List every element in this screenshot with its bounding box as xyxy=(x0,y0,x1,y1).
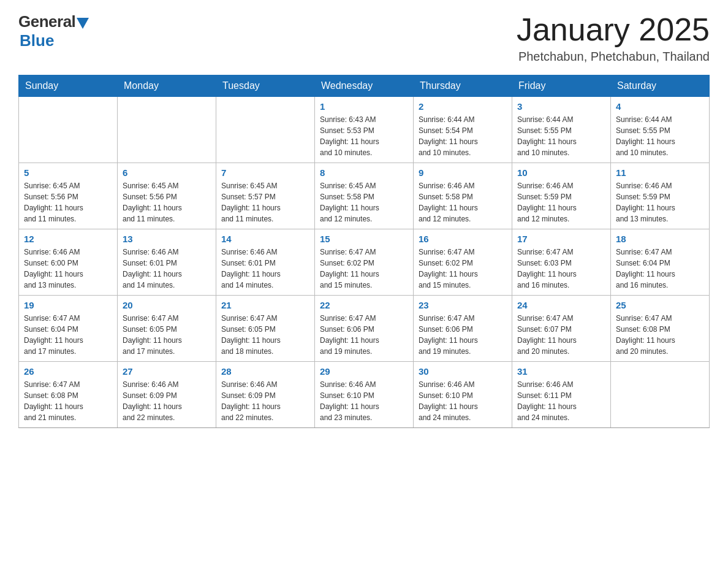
cell-w4-d5: 23Sunrise: 6:47 AM Sunset: 6:06 PM Dayli… xyxy=(414,296,512,362)
day-info: Sunrise: 6:47 AM Sunset: 6:04 PM Dayligh… xyxy=(616,247,704,291)
cell-w1-d1 xyxy=(19,97,118,163)
day-number: 7 xyxy=(221,167,309,178)
day-number: 12 xyxy=(24,234,112,244)
day-number: 11 xyxy=(616,167,704,178)
col-monday: Monday xyxy=(118,75,216,97)
cell-w3-d2: 13Sunrise: 6:46 AM Sunset: 6:01 PM Dayli… xyxy=(118,229,216,296)
col-tuesday: Tuesday xyxy=(216,75,315,97)
day-number: 21 xyxy=(221,300,309,310)
day-info: Sunrise: 6:46 AM Sunset: 6:11 PM Dayligh… xyxy=(517,379,605,423)
calendar-table: Sunday Monday Tuesday Wednesday Thursday… xyxy=(18,75,710,428)
cell-w4-d7: 25Sunrise: 6:47 AM Sunset: 6:08 PM Dayli… xyxy=(611,296,710,362)
week-row-1: 1Sunrise: 6:43 AM Sunset: 5:53 PM Daylig… xyxy=(19,97,710,163)
cell-w1-d3 xyxy=(216,97,315,163)
day-number: 19 xyxy=(24,300,112,310)
day-number: 31 xyxy=(517,366,605,377)
day-info: Sunrise: 6:47 AM Sunset: 6:02 PM Dayligh… xyxy=(419,247,507,291)
day-info: Sunrise: 6:47 AM Sunset: 6:08 PM Dayligh… xyxy=(24,379,112,423)
page-header: General Blue January 2025 Phetchabun, Ph… xyxy=(18,12,710,64)
day-info: Sunrise: 6:46 AM Sunset: 6:01 PM Dayligh… xyxy=(221,247,309,291)
day-info: Sunrise: 6:44 AM Sunset: 5:55 PM Dayligh… xyxy=(616,114,704,158)
day-number: 8 xyxy=(320,167,408,178)
week-row-3: 12Sunrise: 6:46 AM Sunset: 6:00 PM Dayli… xyxy=(19,229,710,296)
cell-w3-d3: 14Sunrise: 6:46 AM Sunset: 6:01 PM Dayli… xyxy=(216,229,315,296)
day-info: Sunrise: 6:45 AM Sunset: 5:58 PM Dayligh… xyxy=(320,180,408,224)
col-saturday: Saturday xyxy=(611,75,710,97)
day-info: Sunrise: 6:47 AM Sunset: 6:03 PM Dayligh… xyxy=(517,247,605,291)
col-wednesday: Wednesday xyxy=(315,75,414,97)
cell-w2-d2: 6Sunrise: 6:45 AM Sunset: 5:56 PM Daylig… xyxy=(118,163,216,229)
logo-blue-text: Blue xyxy=(20,31,54,50)
cell-w5-d6: 31Sunrise: 6:46 AM Sunset: 6:11 PM Dayli… xyxy=(512,362,611,428)
month-year-title: January 2025 xyxy=(517,12,710,47)
cell-w4-d2: 20Sunrise: 6:47 AM Sunset: 6:05 PM Dayli… xyxy=(118,296,216,362)
day-number: 16 xyxy=(419,234,507,244)
cell-w3-d1: 12Sunrise: 6:46 AM Sunset: 6:00 PM Dayli… xyxy=(19,229,118,296)
cell-w2-d3: 7Sunrise: 6:45 AM Sunset: 5:57 PM Daylig… xyxy=(216,163,315,229)
cell-w5-d4: 29Sunrise: 6:46 AM Sunset: 6:10 PM Dayli… xyxy=(315,362,414,428)
day-number: 5 xyxy=(24,167,112,178)
day-number: 4 xyxy=(616,101,704,112)
day-number: 22 xyxy=(320,300,408,310)
cell-w2-d7: 11Sunrise: 6:46 AM Sunset: 5:59 PM Dayli… xyxy=(611,163,710,229)
cell-w5-d3: 28Sunrise: 6:46 AM Sunset: 6:09 PM Dayli… xyxy=(216,362,315,428)
cell-w2-d1: 5Sunrise: 6:45 AM Sunset: 5:56 PM Daylig… xyxy=(19,163,118,229)
day-info: Sunrise: 6:46 AM Sunset: 6:00 PM Dayligh… xyxy=(24,247,112,291)
day-info: Sunrise: 6:44 AM Sunset: 5:54 PM Dayligh… xyxy=(419,114,507,158)
day-info: Sunrise: 6:47 AM Sunset: 6:08 PM Dayligh… xyxy=(616,313,704,357)
day-number: 18 xyxy=(616,234,704,244)
day-number: 29 xyxy=(320,366,408,377)
logo-triangle-icon xyxy=(77,18,89,29)
calendar-body: 1Sunrise: 6:43 AM Sunset: 5:53 PM Daylig… xyxy=(19,97,710,428)
day-info: Sunrise: 6:47 AM Sunset: 6:04 PM Dayligh… xyxy=(24,313,112,357)
cell-w4-d1: 19Sunrise: 6:47 AM Sunset: 6:04 PM Dayli… xyxy=(19,296,118,362)
day-number: 30 xyxy=(419,366,507,377)
day-number: 14 xyxy=(221,234,309,244)
cell-w1-d5: 2Sunrise: 6:44 AM Sunset: 5:54 PM Daylig… xyxy=(414,97,512,163)
cell-w5-d2: 27Sunrise: 6:46 AM Sunset: 6:09 PM Dayli… xyxy=(118,362,216,428)
day-info: Sunrise: 6:46 AM Sunset: 5:58 PM Dayligh… xyxy=(419,180,507,224)
cell-w1-d2 xyxy=(118,97,216,163)
day-number: 1 xyxy=(320,101,408,112)
cell-w1-d4: 1Sunrise: 6:43 AM Sunset: 5:53 PM Daylig… xyxy=(315,97,414,163)
cell-w5-d5: 30Sunrise: 6:46 AM Sunset: 6:10 PM Dayli… xyxy=(414,362,512,428)
day-info: Sunrise: 6:46 AM Sunset: 6:01 PM Dayligh… xyxy=(123,247,211,291)
day-info: Sunrise: 6:45 AM Sunset: 5:57 PM Dayligh… xyxy=(221,180,309,224)
week-row-4: 19Sunrise: 6:47 AM Sunset: 6:04 PM Dayli… xyxy=(19,296,710,362)
week-row-2: 5Sunrise: 6:45 AM Sunset: 5:56 PM Daylig… xyxy=(19,163,710,229)
day-info: Sunrise: 6:46 AM Sunset: 5:59 PM Dayligh… xyxy=(517,180,605,224)
location-subtitle: Phetchabun, Phetchabun, Thailand xyxy=(517,50,710,64)
day-info: Sunrise: 6:47 AM Sunset: 6:06 PM Dayligh… xyxy=(419,313,507,357)
cell-w2-d4: 8Sunrise: 6:45 AM Sunset: 5:58 PM Daylig… xyxy=(315,163,414,229)
day-number: 10 xyxy=(517,167,605,178)
day-info: Sunrise: 6:46 AM Sunset: 6:10 PM Dayligh… xyxy=(419,379,507,423)
day-info: Sunrise: 6:47 AM Sunset: 6:06 PM Dayligh… xyxy=(320,313,408,357)
day-info: Sunrise: 6:47 AM Sunset: 6:05 PM Dayligh… xyxy=(123,313,211,357)
day-number: 6 xyxy=(123,167,211,178)
day-number: 17 xyxy=(517,234,605,244)
day-number: 25 xyxy=(616,300,704,310)
day-info: Sunrise: 6:47 AM Sunset: 6:02 PM Dayligh… xyxy=(320,247,408,291)
day-number: 15 xyxy=(320,234,408,244)
logo-general-text: General xyxy=(18,12,75,31)
day-info: Sunrise: 6:46 AM Sunset: 6:09 PM Dayligh… xyxy=(221,379,309,423)
cell-w4-d4: 22Sunrise: 6:47 AM Sunset: 6:06 PM Dayli… xyxy=(315,296,414,362)
day-number: 2 xyxy=(419,101,507,112)
cell-w5-d1: 26Sunrise: 6:47 AM Sunset: 6:08 PM Dayli… xyxy=(19,362,118,428)
day-info: Sunrise: 6:47 AM Sunset: 6:07 PM Dayligh… xyxy=(517,313,605,357)
day-info: Sunrise: 6:47 AM Sunset: 6:05 PM Dayligh… xyxy=(221,313,309,357)
cell-w3-d6: 17Sunrise: 6:47 AM Sunset: 6:03 PM Dayli… xyxy=(512,229,611,296)
day-number: 13 xyxy=(123,234,211,244)
day-number: 28 xyxy=(221,366,309,377)
day-info: Sunrise: 6:45 AM Sunset: 5:56 PM Dayligh… xyxy=(24,180,112,224)
cell-w3-d5: 16Sunrise: 6:47 AM Sunset: 6:02 PM Dayli… xyxy=(414,229,512,296)
col-sunday: Sunday xyxy=(19,75,118,97)
cell-w2-d5: 9Sunrise: 6:46 AM Sunset: 5:58 PM Daylig… xyxy=(414,163,512,229)
title-block: January 2025 Phetchabun, Phetchabun, Tha… xyxy=(517,12,710,64)
day-info: Sunrise: 6:46 AM Sunset: 6:10 PM Dayligh… xyxy=(320,379,408,423)
week-row-5: 26Sunrise: 6:47 AM Sunset: 6:08 PM Dayli… xyxy=(19,362,710,428)
day-number: 24 xyxy=(517,300,605,310)
cell-w1-d6: 3Sunrise: 6:44 AM Sunset: 5:55 PM Daylig… xyxy=(512,97,611,163)
day-number: 9 xyxy=(419,167,507,178)
day-number: 26 xyxy=(24,366,112,377)
